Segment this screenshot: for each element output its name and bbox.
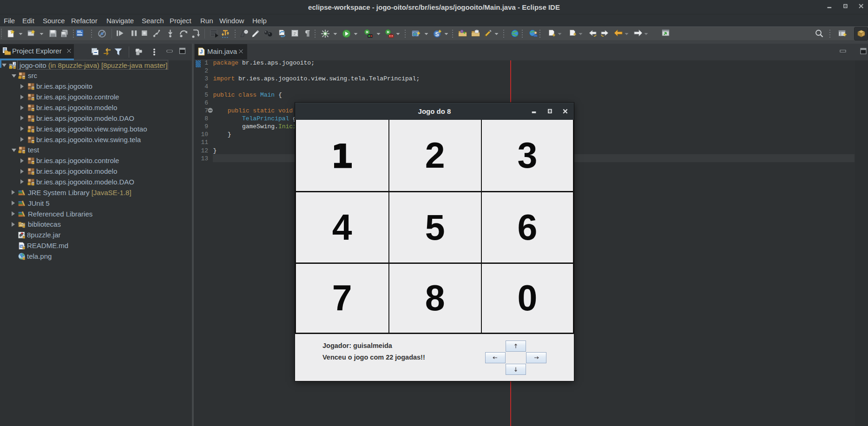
svg-text:W: W <box>20 245 23 248</box>
svg-text:J: J <box>13 62 15 65</box>
svg-text:S: S <box>435 31 439 38</box>
svg-text:J: J <box>200 49 203 54</box>
svg-text:!: ! <box>10 66 11 69</box>
